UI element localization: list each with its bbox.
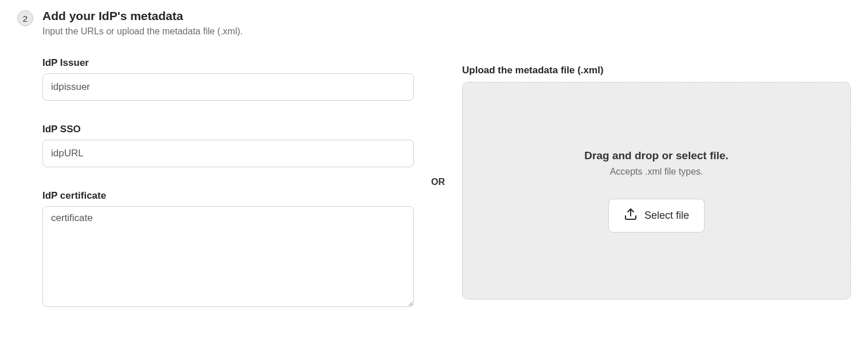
step-container: 2 Add your IdP's metadata Input the URLs…: [17, 9, 851, 307]
form-area: IdP Issuer IdP SSO IdP certificate OR Up…: [42, 57, 851, 307]
idp-certificate-textarea[interactable]: [42, 206, 414, 307]
step-title: Add your IdP's metadata: [42, 9, 851, 23]
upload-label: Upload the metadata file (.xml): [462, 65, 851, 76]
dropzone-subtitle: Accepts .xml file types.: [610, 167, 703, 177]
idp-certificate-label: IdP certificate: [42, 190, 414, 202]
select-file-button-label: Select file: [644, 210, 689, 222]
manual-input-column: IdP Issuer IdP SSO IdP certificate: [42, 57, 414, 307]
file-dropzone[interactable]: Drag and drop or select file. Accepts .x…: [462, 82, 851, 299]
idp-certificate-group: IdP certificate: [42, 190, 414, 307]
idp-issuer-label: IdP Issuer: [42, 57, 414, 69]
dropzone-title: Drag and drop or select file.: [584, 149, 728, 162]
idp-issuer-input[interactable]: [42, 73, 414, 101]
step-content: Add your IdP's metadata Input the URLs o…: [42, 9, 851, 307]
step-number-badge: 2: [17, 10, 33, 26]
idp-issuer-group: IdP Issuer: [42, 57, 414, 101]
upload-icon: [624, 207, 638, 224]
step-number: 2: [23, 14, 28, 23]
step-description: Input the URLs or upload the metadata fi…: [42, 26, 851, 37]
upload-column: Upload the metadata file (.xml) Drag and…: [462, 65, 851, 299]
idp-sso-group: IdP SSO: [42, 124, 414, 167]
or-separator: OR: [431, 177, 445, 187]
idp-sso-input[interactable]: [42, 140, 414, 167]
select-file-button[interactable]: Select file: [608, 199, 705, 232]
idp-sso-label: IdP SSO: [42, 124, 414, 135]
